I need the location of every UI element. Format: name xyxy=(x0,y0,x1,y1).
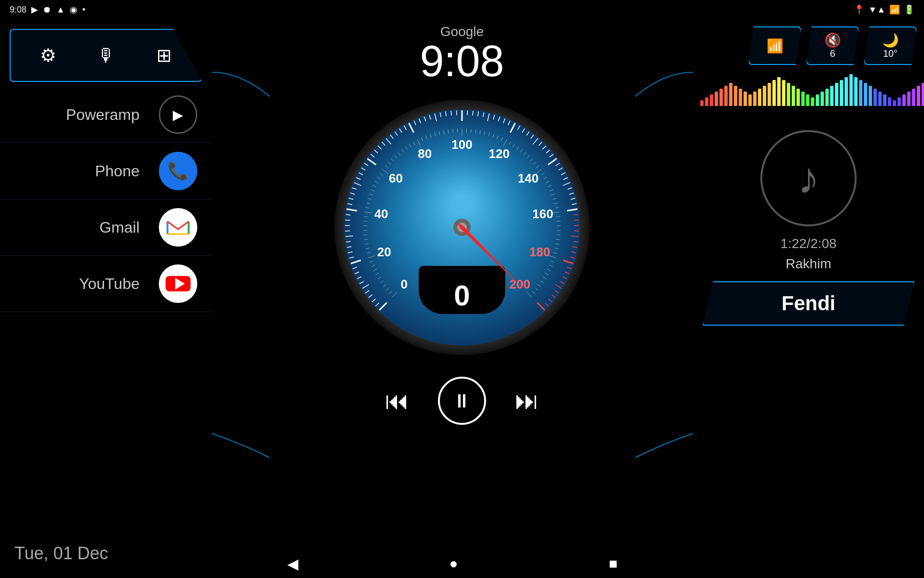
eq-bar xyxy=(811,97,814,106)
microphone-icon[interactable]: 🎙 xyxy=(97,45,116,66)
phone-icon: 📞 xyxy=(167,161,189,181)
eq-bar xyxy=(787,83,790,106)
dot-icon: • xyxy=(82,5,85,15)
poweramp-play-button[interactable]: ▶ xyxy=(159,95,197,134)
toolbar: ⚙ 🎙 ⊞ xyxy=(10,29,202,82)
eq-bar xyxy=(845,77,848,106)
signal-icon: 📶 xyxy=(889,4,900,15)
media-controls: ⏮ ⏸ ⏭ xyxy=(385,377,539,425)
poweramp-label: Poweramp xyxy=(10,106,149,124)
weather-quick-btn[interactable]: 🌙 10° xyxy=(864,26,917,65)
eq-bar xyxy=(763,86,766,106)
eq-bar xyxy=(748,94,752,106)
phone-label: Phone xyxy=(10,162,149,180)
wifi-icon: ▼▲ xyxy=(868,5,886,15)
pause-icon: ⏸ xyxy=(452,390,472,412)
speedometer-canvas xyxy=(322,88,602,367)
eq-bar xyxy=(859,80,862,106)
right-panel: 📶 🔇 6 🌙 10° ♪ 1:22/2:08 Rakhim Fendi xyxy=(693,19,924,578)
eq-bar xyxy=(830,86,834,106)
youtube-icon xyxy=(164,269,192,298)
eq-bar xyxy=(753,92,757,106)
quick-settings: 📶 🔇 6 🌙 10° xyxy=(693,19,924,72)
eq-bar xyxy=(715,92,718,106)
settings-icon[interactable]: ⚙ xyxy=(40,45,56,66)
a-icon: ▲ xyxy=(56,5,65,15)
poweramp-play-icon: ▶ xyxy=(173,107,183,123)
eq-bar xyxy=(801,92,805,106)
eq-bar xyxy=(840,80,843,106)
moon-quick-icon: 🌙 xyxy=(882,32,899,48)
eq-bar xyxy=(898,97,901,106)
eq-bar xyxy=(768,83,771,106)
eq-bar xyxy=(758,89,761,106)
phone-app-item[interactable]: Phone 📞 xyxy=(0,143,212,199)
mute-quick-icon: 🔇 xyxy=(824,32,841,48)
eq-bar xyxy=(739,89,742,106)
eq-bar xyxy=(825,89,829,106)
eq-bar xyxy=(888,97,891,106)
eq-bar xyxy=(912,89,915,106)
eq-bar xyxy=(849,74,853,106)
mute-level: 6 xyxy=(830,48,835,59)
mute-quick-btn[interactable]: 🔇 6 xyxy=(806,26,859,65)
eq-bar xyxy=(873,89,877,106)
time-status: 9:08 xyxy=(10,5,26,15)
music-player: ♪ 1:22/2:08 Rakhim Fendi xyxy=(693,111,924,578)
battery-icon: 🔋 xyxy=(904,4,914,15)
eq-bar xyxy=(705,97,708,106)
date-text: Tue, 01 Dec xyxy=(14,543,108,563)
back-button[interactable]: ◀ xyxy=(287,555,298,572)
eq-bar xyxy=(922,83,924,106)
next-button[interactable]: ⏭ xyxy=(515,387,539,415)
music-note-icon: ♪ xyxy=(760,130,857,226)
track-artist: Rakhim xyxy=(786,256,832,272)
eq-bar xyxy=(821,92,824,106)
pause-button[interactable]: ⏸ xyxy=(438,377,486,425)
eq-bar xyxy=(734,86,737,106)
date-display: Tue, 01 Dec xyxy=(0,529,212,578)
time-display: 9:08 xyxy=(420,39,504,83)
youtube-app-item[interactable]: YouTube xyxy=(0,256,212,312)
speedometer xyxy=(322,88,602,367)
eq-bar xyxy=(710,94,713,106)
home-button[interactable]: ● xyxy=(449,555,458,572)
track-time: 1:22/2:08 xyxy=(781,236,837,251)
eq-bar xyxy=(869,86,872,106)
recents-button[interactable]: ■ xyxy=(609,555,617,572)
apps-icon[interactable]: ⊞ xyxy=(156,45,172,66)
youtube-icon-circle xyxy=(159,264,197,303)
temperature: 10° xyxy=(883,48,898,59)
eq-bar xyxy=(816,94,819,106)
eq-bar xyxy=(835,83,838,106)
eq-bar xyxy=(864,83,867,106)
center-panel: Google 9:08 ⏮ ⏸ ⏭ xyxy=(212,19,712,578)
poweramp-app-item[interactable]: Poweramp ▶ xyxy=(0,87,212,143)
circle-icon: ⏺ xyxy=(43,5,51,15)
eq-bar xyxy=(700,100,704,106)
eq-bar xyxy=(893,100,896,106)
eq-bar xyxy=(782,80,785,106)
gmail-icon-circle xyxy=(159,208,197,247)
status-bar: 9:08 ▶ ⏺ ▲ ◉ • 📍 ▼▲ 📶 🔋 xyxy=(0,0,924,19)
wifi-quick-btn[interactable]: 📶 xyxy=(748,26,801,65)
eq-bar xyxy=(719,89,723,106)
eq-bar xyxy=(777,77,781,106)
eq-bar xyxy=(796,89,800,106)
eq-bar xyxy=(917,86,920,106)
eq-bar xyxy=(729,83,732,106)
phone-icon-circle: 📞 xyxy=(159,152,197,190)
left-panel: ⚙ 🎙 ⊞ Poweramp ▶ Phone 📞 Gmail xyxy=(0,19,212,578)
eq-bar xyxy=(772,80,776,106)
eq-bar xyxy=(806,94,809,106)
p-icon: ◉ xyxy=(70,4,77,15)
eq-bar xyxy=(902,94,906,106)
status-left-icons: 9:08 ▶ ⏺ ▲ ◉ • xyxy=(10,4,85,15)
gmail-app-item[interactable]: Gmail xyxy=(0,199,212,256)
youtube-label: YouTube xyxy=(10,275,149,293)
track-title: Fendi xyxy=(703,281,914,326)
eq-bar xyxy=(724,86,728,106)
play-icon: ▶ xyxy=(31,4,38,15)
prev-button[interactable]: ⏮ xyxy=(385,387,409,415)
eq-bar xyxy=(744,92,747,106)
